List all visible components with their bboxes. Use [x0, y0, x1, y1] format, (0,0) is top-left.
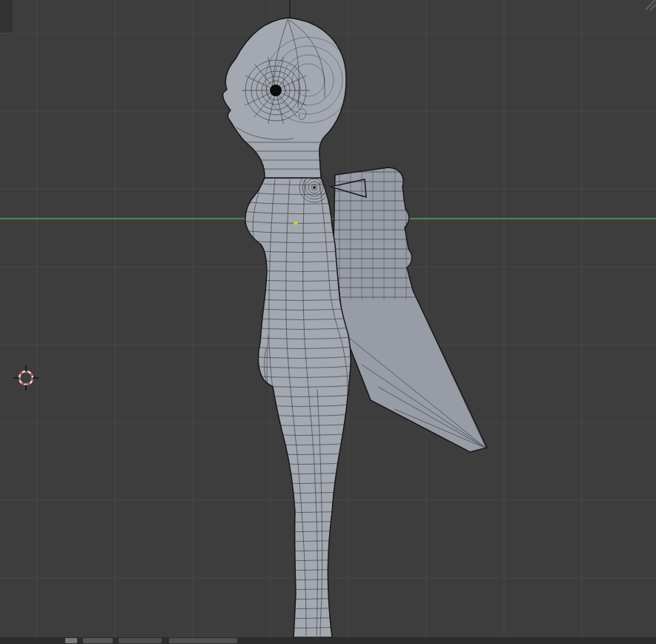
blender-window	[0, 0, 656, 644]
shoulder-center-dot	[313, 186, 316, 189]
playback-controls-stub[interactable]	[169, 638, 237, 643]
area-edge-shadow	[0, 0, 13, 33]
selected-vertex[interactable]	[294, 221, 297, 225]
editor-type-icon[interactable]	[65, 638, 77, 643]
view-menu-stub[interactable]	[83, 638, 113, 643]
3d-viewport[interactable]	[0, 0, 656, 644]
timeline-header-strip[interactable]	[0, 637, 656, 644]
eye-pupil	[270, 84, 282, 96]
frame-field-stub[interactable]	[119, 638, 162, 643]
